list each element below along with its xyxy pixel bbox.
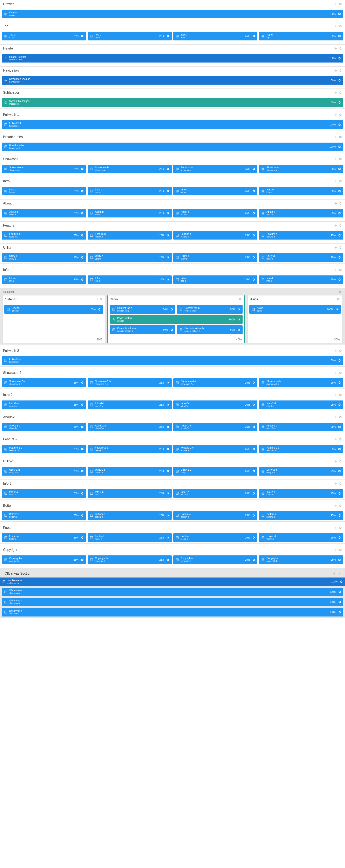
gear-icon[interactable] (80, 167, 83, 170)
layout-block-fullwidth-1[interactable]: Fullwidth-1fullwidth-1100% (2, 120, 343, 129)
gear-icon[interactable] (170, 308, 173, 311)
plus-icon[interactable] (334, 268, 337, 272)
layout-block-showcase-b[interactable]: Showcase-bshowcase-b25% (88, 165, 172, 173)
gear-icon[interactable] (166, 35, 169, 37)
drag-handle-icon[interactable] (176, 234, 179, 237)
layout-block-nav-toolbar[interactable]: Navigation Toolbarnav-toolbar100% (2, 76, 343, 85)
drag-handle-icon[interactable] (176, 558, 179, 561)
gear-icon[interactable] (166, 256, 169, 259)
layout-block-mobile-menu[interactable]: Mobile-menumobile-menu100% (0, 578, 345, 586)
plus-icon[interactable] (334, 47, 337, 50)
drag-handle-icon[interactable] (176, 536, 179, 539)
gear-icon[interactable] (166, 190, 169, 192)
gear-icon[interactable] (338, 403, 341, 406)
gear-icon[interactable] (338, 190, 341, 192)
drag-handle-icon[interactable] (176, 448, 179, 451)
gear-icon[interactable] (338, 611, 341, 614)
gear-icon[interactable] (338, 426, 341, 428)
layout-block-offcanvas-b[interactable]: Offcanvas-boffcanvas-b100% (2, 598, 343, 606)
drag-handle-icon[interactable] (262, 167, 265, 170)
gear-icon[interactable] (338, 470, 341, 473)
layout-block-feature-2-d[interactable]: Feature-2-dfeature-2-d25% (259, 445, 343, 453)
gear-icon[interactable] (80, 278, 83, 281)
layout-block-showcase-c[interactable]: Showcase-cshowcase-c25% (173, 165, 257, 173)
drag-handle-icon[interactable] (262, 448, 265, 451)
gear-icon[interactable] (252, 514, 255, 517)
gear-icon[interactable] (252, 470, 255, 473)
gear-icon[interactable] (166, 448, 169, 451)
drag-handle-icon[interactable] (90, 212, 93, 215)
gear-icon[interactable] (339, 91, 342, 94)
gear-icon[interactable] (339, 393, 342, 397)
drag-handle-icon[interactable] (4, 123, 7, 126)
gear-icon[interactable] (338, 514, 341, 517)
layout-block-utility-c[interactable]: Utility-cutility-c25% (173, 253, 257, 261)
drag-handle-icon[interactable] (252, 308, 255, 311)
gear-icon[interactable] (166, 234, 169, 237)
layout-block-copyright-c[interactable]: Copyright-ccopyright-c25% (173, 555, 257, 564)
drag-handle-icon[interactable] (4, 234, 7, 237)
plus-icon[interactable] (334, 526, 337, 529)
plus-icon[interactable] (334, 371, 337, 374)
plus-icon[interactable] (96, 298, 99, 301)
plus-icon[interactable] (334, 91, 337, 94)
layout-block-showcase-2-a[interactable]: Showcase-2-ashowcase-2-a25% (2, 378, 86, 387)
drag-handle-icon[interactable] (176, 256, 179, 259)
plus-icon[interactable] (334, 349, 337, 352)
gear-icon[interactable] (80, 470, 83, 473)
gear-icon[interactable] (339, 349, 342, 352)
layout-block-intro-b[interactable]: Intro-bintro-b25% (88, 187, 172, 195)
gear-icon[interactable] (98, 308, 101, 311)
gear-icon[interactable] (166, 558, 169, 561)
gear-icon[interactable] (339, 268, 342, 272)
layout-block-content-bottom-a[interactable]: Content-bottom-acontent-bottom-a50% (110, 326, 175, 334)
layout-block-copyright-a[interactable]: Copyright-acopyright-a25% (2, 555, 86, 564)
drag-handle-icon[interactable] (90, 470, 93, 473)
plus-icon[interactable] (334, 393, 337, 397)
gear-icon[interactable] (252, 381, 255, 384)
layout-block-feature-b[interactable]: Feature-bfeature-b25% (88, 231, 172, 240)
drag-handle-icon[interactable] (90, 190, 93, 192)
layout-block-utility-2-a[interactable]: Utility-2-autility-2-a25% (2, 467, 86, 475)
drag-handle-icon[interactable] (262, 234, 265, 237)
drag-handle-icon[interactable] (4, 558, 7, 561)
drag-handle-icon[interactable] (262, 558, 265, 561)
gear-icon[interactable] (339, 180, 342, 183)
plus-icon[interactable] (334, 548, 337, 552)
layout-block-top-d[interactable]: Top-dtop-d25% (259, 32, 343, 40)
plus-icon[interactable] (334, 246, 337, 249)
drag-handle-icon[interactable] (4, 536, 7, 539)
gear-icon[interactable] (252, 426, 255, 428)
gear-icon[interactable] (166, 212, 169, 215)
drag-handle-icon[interactable] (4, 190, 7, 192)
gear-icon[interactable] (338, 57, 341, 60)
gear-icon[interactable] (339, 504, 342, 507)
drag-handle-icon[interactable] (262, 256, 265, 259)
drag-handle-icon[interactable] (176, 403, 179, 406)
gear-icon[interactable] (335, 308, 338, 311)
drag-handle-icon[interactable] (90, 448, 93, 451)
gear-icon[interactable] (339, 25, 342, 28)
drag-handle-icon[interactable] (4, 167, 7, 170)
gear-icon[interactable] (339, 482, 342, 485)
drag-handle-icon[interactable] (90, 492, 93, 495)
plus-icon[interactable] (334, 180, 337, 183)
drag-handle-icon[interactable] (112, 308, 115, 311)
drag-handle-icon[interactable] (4, 212, 7, 215)
drag-handle-icon[interactable] (90, 167, 93, 170)
drag-handle-icon[interactable] (4, 79, 7, 82)
gear-icon[interactable] (252, 403, 255, 406)
gear-icon[interactable] (252, 448, 255, 451)
gear-icon[interactable] (339, 47, 342, 50)
drag-handle-icon[interactable] (4, 12, 7, 16)
layout-block-copyright-b[interactable]: Copyright-bcopyright-b25% (88, 555, 172, 564)
layout-block-content-bottom-b[interactable]: Content-bottom-bcontent-bottom-b50% (177, 326, 243, 334)
drag-handle-icon[interactable] (112, 318, 115, 321)
drag-handle-icon[interactable] (176, 278, 179, 281)
layout-block-bottom-d[interactable]: Bottom-dbottom-d25% (259, 511, 343, 520)
drag-handle-icon[interactable] (4, 492, 7, 495)
gear-icon[interactable] (339, 548, 342, 552)
drag-handle-icon[interactable] (4, 256, 7, 259)
layout-block-intro-2-b[interactable]: Intro-2-bintro-2-b25% (88, 400, 172, 409)
drag-handle-icon[interactable] (262, 212, 265, 215)
